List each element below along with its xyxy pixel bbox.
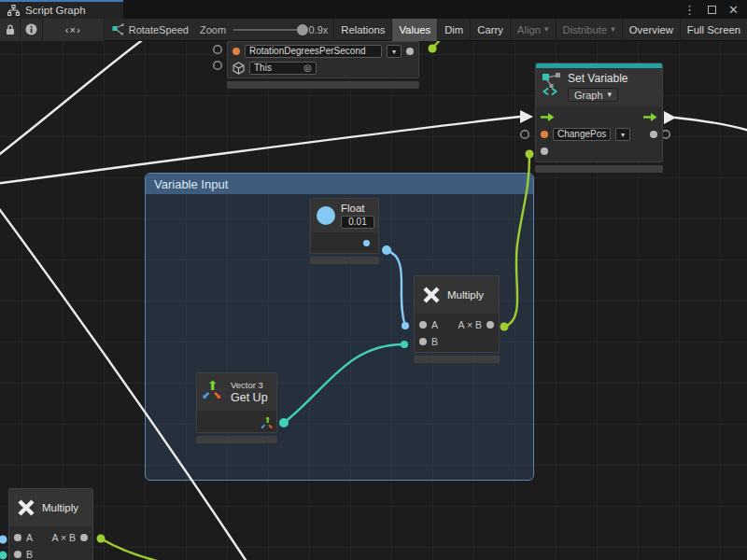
toolbar-button-distribute[interactable]: Distribute ▾ <box>556 19 622 41</box>
float-value-input[interactable]: 0.01 <box>341 216 374 229</box>
node-footer <box>196 436 277 443</box>
chevron-down-icon: ▾ <box>611 25 615 34</box>
variable-name-port[interactable] <box>233 48 240 55</box>
input-b-port[interactable] <box>419 338 427 345</box>
wire-control-out-of-set-variable[interactable] <box>675 118 747 131</box>
node-multiply[interactable]: Multiply A A × B B <box>414 275 500 363</box>
node-footer <box>310 257 379 264</box>
node-multiply-2[interactable]: Multiply A A × B B <box>8 488 93 560</box>
multiply-row-b: B <box>415 333 499 350</box>
port-hollow[interactable] <box>214 62 222 70</box>
graph-node-icon <box>112 23 124 35</box>
graph-canvas[interactable]: Variable Input <box>0 0 747 560</box>
result-port[interactable] <box>80 534 88 541</box>
lock-button[interactable] <box>0 19 21 41</box>
wire-multiply2-output[interactable] <box>101 539 161 560</box>
maximize-icon[interactable] <box>708 6 716 14</box>
toolbar-button-carry[interactable]: Carry <box>470 19 510 41</box>
zoom-label: Zoom <box>200 24 226 35</box>
setvar-value-row <box>536 143 662 160</box>
source-object-field[interactable]: This ◎ <box>249 62 317 75</box>
node-title: Multiply <box>447 289 484 301</box>
object-picker-icon[interactable]: ◎ <box>303 63 312 74</box>
chevron-down-icon: ▾ <box>608 91 613 99</box>
toolbar-button-dim[interactable]: Dim <box>437 19 470 41</box>
multiply-icon <box>16 497 36 518</box>
input-a-port[interactable] <box>419 321 427 329</box>
group-title: Variable Input <box>154 177 228 191</box>
unity-script-graph-window: Variable Input <box>0 0 747 560</box>
wire-cap <box>97 535 106 543</box>
info-button[interactable] <box>21 19 42 41</box>
variable-dropdown-button[interactable]: ▾ <box>387 45 402 58</box>
variable-name-field[interactable]: RotationDegreesPerSecond <box>245 45 382 58</box>
info-icon <box>25 23 37 35</box>
node-set-variable[interactable]: Set Variable Graph ▾ <box>535 63 663 173</box>
wire-cap <box>0 536 7 544</box>
control-output-port[interactable] <box>643 112 657 122</box>
node-float-literal[interactable]: Float 0.01 <box>310 198 379 264</box>
zoom-slider-track <box>233 29 301 31</box>
toolbar-button-overview[interactable]: Overview <box>622 19 680 41</box>
input-value-port[interactable] <box>650 131 657 138</box>
multiply-row-b: B <box>9 546 92 560</box>
wire-arrowhead-in <box>520 110 533 123</box>
wire-control-top-left[interactable] <box>0 38 145 157</box>
node-title: Set Variable <box>568 72 627 85</box>
setvar-name-row: ChangePos ▾ <box>536 126 662 143</box>
tab-title: Script Graph <box>25 5 86 16</box>
more-menu-icon[interactable]: ⋮ <box>684 4 696 16</box>
input-a-label: A <box>26 532 33 543</box>
multiply-row-a: A A × B <box>415 316 499 333</box>
control-input-port[interactable] <box>541 112 555 122</box>
tab-script-graph[interactable]: Script Graph <box>0 0 123 19</box>
wire-arrowhead-out <box>664 111 676 124</box>
node-vector3-get-up[interactable]: ⬆ ⬋ ⬊ Vector 3 Get Up ⬆ ⬋ ⬊ <box>196 372 277 443</box>
toolbar-button-values[interactable]: Values <box>391 19 437 41</box>
zoom-slider-handle[interactable] <box>297 24 308 35</box>
toolbar-button-full-screen[interactable]: Full Screen <box>680 19 747 41</box>
wire-offscreen-to-multiply2-a[interactable] <box>0 540 2 542</box>
result-label: A × B <box>52 532 76 543</box>
node-title: Multiply <box>42 502 78 513</box>
code-preview-button[interactable]: ‹×› <box>43 19 105 41</box>
node-type-label: Vector 3 <box>231 380 268 390</box>
toolbar-button-align[interactable]: Align ▾ <box>510 19 556 41</box>
breadcrumb[interactable]: RotateSpeed <box>112 23 189 35</box>
input-b-port[interactable] <box>14 551 21 558</box>
node-footer <box>227 81 419 89</box>
cube-icon <box>233 62 245 75</box>
input-a-port[interactable] <box>14 534 21 541</box>
close-icon[interactable]: ✕ <box>728 4 739 16</box>
variable-scope-dropdown[interactable]: Graph ▾ <box>568 88 618 102</box>
float-output-port[interactable] <box>363 240 370 246</box>
graph-icon <box>7 5 20 17</box>
input-a-label: A <box>431 319 438 330</box>
graph-toolbar: ‹×› RotateSpeed Zoom 0.9x Relations Valu… <box>0 19 747 41</box>
output-port[interactable] <box>406 48 414 55</box>
result-port[interactable] <box>486 321 494 329</box>
wire-offscreen-to-multiply2-b[interactable] <box>0 556 2 558</box>
input-b-label: B <box>431 336 438 347</box>
vector3-output-port[interactable]: ⬆ ⬋ ⬊ <box>261 417 270 426</box>
value-port[interactable] <box>541 147 548 155</box>
port-hollow[interactable] <box>521 131 529 139</box>
wire-cap <box>0 552 7 560</box>
group-header[interactable]: Variable Input <box>146 174 533 194</box>
toolbar-button-relations[interactable]: Relations <box>333 19 391 41</box>
set-variable-icon <box>542 72 562 96</box>
variable-dropdown-button[interactable]: ▾ <box>615 128 630 141</box>
node-title: Float <box>341 203 365 214</box>
getvar-source-row: This ◎ <box>228 60 418 77</box>
variable-name-port[interactable] <box>541 131 548 138</box>
float-type-icon <box>317 206 335 225</box>
getvar-name-row: RotationDegreesPerSecond ▾ <box>228 43 418 60</box>
zoom-slider[interactable] <box>233 24 301 35</box>
result-label: A × B <box>458 319 482 330</box>
getup-output-row: ⬆ ⬋ ⬊ <box>197 411 276 432</box>
node-get-variable[interactable]: RotationDegreesPerSecond ▾ This ◎ <box>227 41 419 89</box>
window-tab-bar: Script Graph ⋮ ✕ <box>0 0 747 19</box>
variable-name-field[interactable]: ChangePos <box>553 128 611 141</box>
chevron-down-icon: ▾ <box>544 25 549 34</box>
port-hollow[interactable] <box>214 46 222 54</box>
